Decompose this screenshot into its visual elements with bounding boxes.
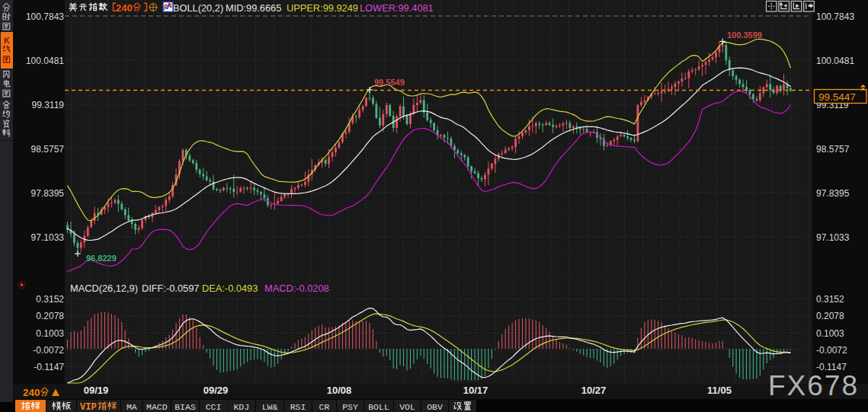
svg-text:10/27: 10/27	[581, 385, 607, 396]
svg-text:98.5757: 98.5757	[31, 144, 65, 155]
svg-text:CR: CR	[319, 402, 330, 412]
svg-text:09/29: 09/29	[203, 385, 229, 396]
svg-text:-0.1147: -0.1147	[34, 362, 64, 372]
svg-text:LW&: LW&	[262, 402, 278, 412]
svg-text:RSI: RSI	[290, 402, 306, 412]
svg-text:11/05: 11/05	[707, 385, 732, 396]
svg-text:96.8229: 96.8229	[86, 254, 117, 263]
svg-text:10/08: 10/08	[327, 385, 352, 396]
svg-text:99.5549: 99.5549	[374, 78, 405, 87]
svg-text:MACD(26,12,9): MACD(26,12,9)	[70, 283, 138, 294]
svg-text:100.0481: 100.0481	[26, 56, 64, 66]
svg-text:99.5447: 99.5447	[818, 91, 856, 103]
svg-text:97.1033: 97.1033	[31, 232, 65, 243]
svg-text:MACD: MACD	[146, 402, 168, 412]
svg-text:100.3599: 100.3599	[727, 30, 762, 40]
svg-text:0.2078: 0.2078	[36, 311, 64, 321]
svg-text:09/19: 09/19	[84, 385, 109, 396]
svg-text:BIAS: BIAS	[175, 402, 196, 412]
svg-text:OBV: OBV	[427, 402, 443, 412]
svg-text:BOLL(20,2): BOLL(20,2)	[173, 2, 223, 14]
svg-text:BOLL: BOLL	[368, 402, 389, 412]
svg-text:VIP: VIP	[80, 402, 97, 412]
svg-text:KDJ: KDJ	[233, 402, 249, 412]
svg-text:98.5757: 98.5757	[816, 144, 850, 155]
svg-text:MA: MA	[127, 402, 137, 412]
svg-text:100.0481: 100.0481	[816, 56, 854, 66]
svg-text:240: 240	[23, 387, 40, 398]
svg-text:LOWER:99.4081: LOWER:99.4081	[360, 2, 434, 14]
svg-text:-0.0072: -0.0072	[816, 345, 847, 356]
svg-text:PSY: PSY	[342, 402, 358, 412]
svg-text:97.8395: 97.8395	[816, 188, 850, 199]
svg-text:FX678: FX678	[768, 370, 859, 401]
svg-text:-0.0072: -0.0072	[33, 345, 64, 356]
svg-text:0.3152: 0.3152	[816, 294, 844, 305]
svg-text:DIFF:-0.0597: DIFF:-0.0597	[142, 283, 199, 294]
svg-text:DEA:-0.0493: DEA:-0.0493	[202, 283, 258, 294]
svg-text:100.7843: 100.7843	[26, 11, 64, 22]
svg-text:100.7843: 100.7843	[816, 11, 854, 22]
svg-text:MID:99.6665: MID:99.6665	[226, 2, 281, 14]
svg-text:0.1003: 0.1003	[816, 328, 844, 339]
svg-text:240: 240	[116, 2, 133, 14]
svg-text:VOL: VOL	[399, 402, 415, 412]
svg-text:K: K	[4, 36, 10, 45]
svg-text:0.1003: 0.1003	[36, 328, 64, 339]
svg-text:10/17: 10/17	[463, 385, 488, 396]
svg-text:97.1033: 97.1033	[816, 232, 850, 243]
svg-text:CCI: CCI	[206, 402, 222, 412]
svg-text:0.3152: 0.3152	[36, 294, 64, 305]
svg-text:99.3119: 99.3119	[32, 100, 65, 110]
svg-text:0.2078: 0.2078	[816, 311, 844, 321]
svg-text:97.8395: 97.8395	[31, 188, 65, 199]
svg-text:UPPER:99.9249: UPPER:99.9249	[287, 2, 358, 14]
svg-text:MACD:-0.0208: MACD:-0.0208	[264, 283, 329, 294]
